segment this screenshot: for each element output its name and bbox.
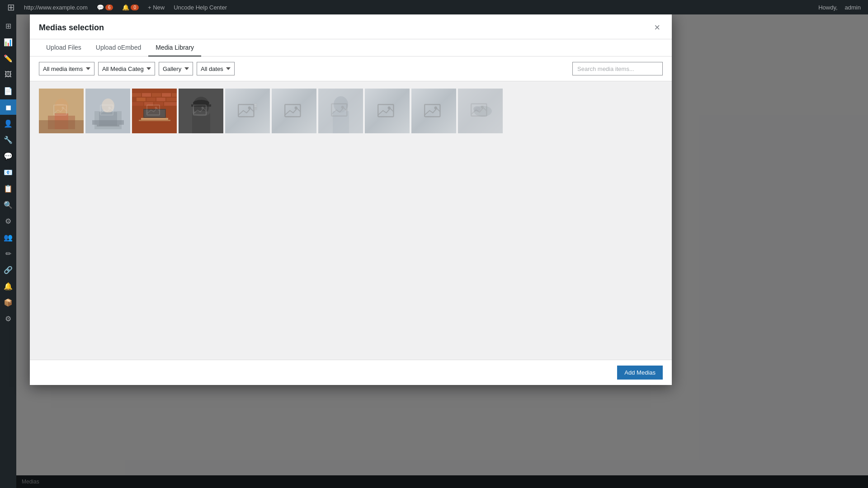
sidebar-icon-more[interactable]: ⚙ [0,311,16,326]
svg-rect-20 [162,93,171,97]
svg-rect-22 [137,98,146,101]
sidebar-icon-team[interactable]: 👥 [0,230,16,245]
sidebar-icon-media[interactable]: 🖼 [0,67,16,82]
svg-rect-24 [156,98,165,101]
comment-badge: 6 [105,5,113,10]
svg-rect-49 [285,104,300,117]
tab-upload-oembed[interactable]: Upload oEmbed [89,39,148,56]
sidebar-icon-pages[interactable]: 📄 [0,83,16,99]
svg-rect-33 [139,120,170,121]
username[interactable]: admin [841,0,864,14]
sidebar-icon-active[interactable]: ◼ [0,99,16,115]
display-mode-filter[interactable]: Gallery [159,62,193,75]
svg-rect-19 [152,93,161,97]
modal-overlay: Medias selection × Upload Files Upload o… [16,14,868,488]
media-library-body [30,81,672,360]
comment-icon: 💬 [97,4,104,11]
media-item[interactable] [132,89,177,133]
sidebar-icon-tools[interactable]: 🔧 [0,132,16,147]
media-item[interactable] [179,89,223,133]
medias-selection-modal: Medias selection × Upload Files Upload o… [30,14,672,385]
sidebar-icon-packages[interactable]: 📦 [0,295,16,310]
search-input[interactable] [572,62,663,75]
svg-rect-23 [146,98,156,101]
svg-rect-47 [254,104,256,105]
svg-point-35 [155,107,157,109]
svg-rect-12 [92,120,124,125]
svg-point-64 [481,106,483,108]
help-center-link[interactable]: Uncode Help Center [170,0,231,14]
modal-header: Medias selection × [30,14,672,39]
svg-rect-54 [331,103,347,116]
svg-rect-48 [254,105,256,106]
media-item[interactable] [225,89,270,133]
media-item[interactable] [318,89,363,133]
svg-point-43 [201,107,203,109]
notification-count[interactable]: 🔔 0 [118,0,142,14]
site-url[interactable]: http://www.example.com [20,0,91,14]
svg-rect-63 [471,103,486,116]
svg-rect-44 [238,104,254,117]
svg-point-45 [248,106,250,109]
sidebar-icon-search[interactable]: 🔍 [0,197,16,212]
media-type-filter[interactable]: All media items [39,62,94,75]
svg-rect-25 [166,98,177,101]
modal-footer: Add Medias [30,360,672,385]
media-item[interactable] [272,89,316,133]
sidebar-icon-link[interactable]: 🔗 [0,262,16,277]
admin-bar: ⊞ http://www.example.com 💬 6 🔔 0 + New U… [0,0,868,14]
svg-rect-6 [57,104,64,105]
modal-filters: All media items All Media Categ Gallery … [30,56,672,81]
svg-rect-26 [132,102,143,106]
svg-point-7 [61,107,64,109]
svg-point-59 [434,106,437,109]
svg-rect-4 [39,120,84,133]
new-content-button[interactable]: + New [144,0,168,14]
svg-point-15 [108,107,110,109]
svg-rect-42 [193,105,206,115]
svg-rect-58 [425,104,440,117]
sidebar-icon-notifications[interactable]: 🔔 [0,278,16,294]
media-item[interactable] [458,89,503,133]
media-item[interactable] [39,89,84,133]
tab-media-library[interactable]: Media Library [148,39,201,56]
media-grid [39,89,663,133]
svg-rect-18 [142,93,151,97]
svg-rect-56 [378,104,393,117]
modal-title: Medias selection [39,23,104,33]
wp-sidebar: ⊞ 📊 ✏️ 🖼 📄 ◼ 👤 🔧 💬 📧 📋 🔍 ⚙ 👥 ✏ 🔗 🔔 📦 ⚙ [0,14,16,488]
sidebar-icon-email[interactable]: 📧 [0,164,16,180]
add-medias-button[interactable]: Add Medias [617,366,663,380]
svg-rect-29 [164,102,177,106]
notification-icon: 🔔 [122,4,129,11]
sidebar-icon-posts[interactable]: ✏️ [0,51,16,66]
sidebar-icon-dashboard[interactable]: ⊞ [0,18,16,33]
svg-rect-5 [54,105,66,115]
svg-rect-34 [147,105,160,115]
modal-close-button[interactable]: × [651,22,663,33]
sidebar-icon-comments[interactable]: 💬 [0,148,16,164]
svg-rect-21 [172,93,177,97]
wp-logo[interactable]: ⊞ [4,0,19,14]
comment-count[interactable]: 💬 6 [93,0,117,14]
svg-rect-13 [97,125,119,127]
main-content: Medias selection × Upload Files Upload o… [16,14,868,488]
sidebar-icon-docs[interactable]: 📋 [0,181,16,196]
tab-upload-files[interactable]: Upload Files [39,39,89,56]
svg-rect-17 [132,93,141,97]
media-category-filter[interactable]: All Media Categ [98,62,155,75]
svg-point-55 [341,106,344,108]
howdy-label: Howdy, [815,0,841,14]
sidebar-icon-edit[interactable]: ✏ [0,246,16,261]
sidebar-icon-stats[interactable]: 📊 [0,34,16,50]
media-item[interactable] [85,89,130,133]
dates-filter[interactable]: All dates [197,62,235,75]
media-item[interactable] [365,89,410,133]
svg-point-50 [294,106,297,109]
svg-point-57 [387,106,390,109]
sidebar-icon-users[interactable]: 👤 [0,116,16,131]
notification-badge: 0 [131,5,139,10]
sidebar-icon-settings[interactable]: ⚙ [0,213,16,229]
svg-rect-14 [100,105,113,115]
media-item[interactable] [411,89,456,133]
